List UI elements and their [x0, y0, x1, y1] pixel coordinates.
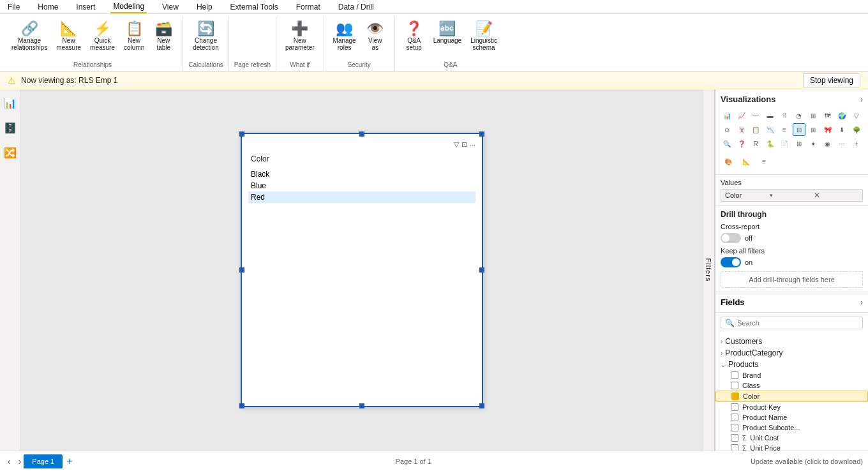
field-item-productname[interactable]: Product Name [715, 412, 868, 422]
table-row-black[interactable]: Black [248, 168, 475, 180]
left-sidebar-report-icon[interactable]: 📊 [1, 94, 19, 112]
ribbon-btn-new-measure[interactable]: 📐 Newmeasure [52, 19, 85, 54]
update-available-text[interactable]: Update available (click to download) [751, 458, 863, 465]
field-item-productsubcate[interactable]: Product Subcate... [715, 422, 868, 433]
viz-icon-filled-map[interactable]: 🌍 [835, 109, 848, 122]
keep-filters-toggle[interactable] [721, 257, 741, 267]
checkbox-brand[interactable] [731, 371, 738, 379]
ribbon-btn-qa-setup[interactable]: ❓ Q&Asetup [400, 19, 428, 54]
viz-icon-kpi[interactable]: 📉 [764, 123, 777, 136]
menu-data-drill[interactable]: Data / Drill [336, 1, 377, 13]
fields-search-box[interactable]: 🔍 [721, 317, 863, 329]
focus-visual-icon[interactable]: ⊡ [461, 140, 467, 149]
ribbon-btn-manage-roles[interactable]: 👥 Manageroles [329, 19, 360, 54]
fields-search-input[interactable] [737, 319, 858, 327]
viz-icon-grid[interactable]: ⊞ [793, 137, 805, 150]
viz-icon-funnel[interactable]: ▽ [850, 109, 863, 122]
menu-view[interactable]: View [160, 1, 181, 13]
viz-icon-table[interactable]: ⊟ [793, 123, 805, 136]
more-visual-icon[interactable]: ··· [470, 141, 475, 149]
handle-mid-left[interactable] [239, 267, 244, 273]
viz-icon-ribbon[interactable]: 🎀 [821, 123, 834, 136]
handle-top-left[interactable] [239, 131, 244, 137]
cross-report-toggle[interactable] [721, 233, 741, 243]
menu-format[interactable]: Format [294, 1, 323, 13]
stop-viewing-button[interactable]: Stop viewing [803, 73, 860, 87]
viz-icon-map[interactable]: 🗺 [821, 109, 834, 122]
viz-icon-table2[interactable]: 📄 [778, 137, 791, 150]
viz-icon-bar[interactable]: 📊 [721, 109, 733, 122]
viz-icon-pie[interactable]: ◔ [793, 109, 805, 122]
viz-icon-matrix[interactable]: ⊞ [807, 123, 819, 136]
left-sidebar-model-icon[interactable]: 🔀 [1, 144, 19, 161]
viz-icon-bar2[interactable]: ▬ [764, 109, 777, 122]
menu-insert[interactable]: Insert [73, 1, 98, 13]
ribbon-btn-new-table[interactable]: 🗃️ Newtable [149, 19, 177, 54]
handle-bot-mid[interactable] [359, 403, 364, 408]
ribbon-btn-change-detection[interactable]: 🔄 Changedetection [189, 19, 223, 54]
field-item-unitprice[interactable]: Σ Unit Price [715, 443, 868, 451]
checkbox-unitprice[interactable] [731, 444, 738, 451]
field-item-class[interactable]: Class [715, 380, 868, 391]
viz-icon-gauge[interactable]: ⊙ [721, 123, 733, 136]
page-tab-1[interactable]: Page 1 [24, 454, 63, 468]
ribbon-btn-new-parameter[interactable]: ➕ Newparameter [281, 19, 318, 54]
handle-bot-right[interactable] [479, 403, 484, 408]
ribbon-btn-linguistic-schema[interactable]: 📝 Linguisticschema [467, 19, 501, 54]
checkbox-productname[interactable] [731, 414, 738, 421]
field-item-brand[interactable]: Brand [715, 370, 868, 380]
viz-icon-area[interactable]: 〰 [749, 109, 762, 122]
menu-external-tools[interactable]: External Tools [228, 1, 281, 13]
values-chevron-icon[interactable]: ▾ [770, 192, 814, 198]
values-clear-button[interactable]: ✕ [814, 191, 858, 200]
ribbon-btn-manage-relationships[interactable]: 🔗 Managerelationships [8, 19, 51, 54]
field-group-products[interactable]: ⌄ Products [715, 359, 868, 370]
fields-expand-icon[interactable]: › [860, 298, 863, 307]
checkbox-unitcost[interactable] [731, 434, 738, 442]
viz-icon-custom2[interactable]: ◉ [821, 137, 834, 150]
field-group-customers[interactable]: › Customers [715, 336, 868, 347]
viz-icon-line[interactable]: 📈 [735, 109, 748, 122]
handle-top-right[interactable] [479, 131, 484, 137]
field-group-productcategory[interactable]: › ProductCategory [715, 347, 868, 359]
viz-icon-more[interactable]: + [850, 137, 863, 150]
field-item-color[interactable]: Color [715, 391, 868, 402]
viz-icon-qa[interactable]: ❓ [735, 137, 748, 150]
viz-icon-decomp[interactable]: 🌳 [850, 123, 863, 136]
menu-file[interactable]: File [5, 1, 22, 13]
ribbon-btn-language[interactable]: 🔤 Language [430, 19, 466, 47]
viz-icon-multi-card[interactable]: 📋 [749, 123, 762, 136]
menu-home[interactable]: Home [35, 1, 61, 13]
page-prev-button[interactable]: ‹ [5, 455, 13, 468]
filter-visual-icon[interactable]: ▽ [454, 140, 459, 149]
viz-icon-scatter[interactable]: ⠿ [778, 109, 791, 122]
handle-mid-right[interactable] [479, 267, 484, 273]
viz-icon-analytics[interactable]: 📐 [738, 154, 754, 169]
ribbon-btn-view-as[interactable]: 👁️ Viewas [361, 19, 389, 54]
checkbox-class[interactable] [731, 382, 738, 389]
viz-icon-card[interactable]: 🃏 [735, 123, 748, 136]
ribbon-btn-new-column[interactable]: 📋 Newcolumn [120, 19, 148, 54]
handle-top-mid[interactable] [359, 131, 364, 137]
viz-panel-expand-icon[interactable]: › [860, 95, 863, 104]
left-sidebar-data-icon[interactable]: 🗄️ [1, 119, 19, 137]
menu-help[interactable]: Help [194, 1, 215, 13]
viz-icon-py[interactable]: 🐍 [764, 137, 777, 150]
checkbox-productsubcate[interactable] [731, 424, 738, 431]
viz-icon-treemap[interactable]: ⊞ [807, 109, 819, 122]
filter-sidebar[interactable]: Filters [703, 89, 715, 451]
field-item-unitcost[interactable]: Σ Unit Cost [715, 433, 868, 443]
add-page-button[interactable]: + [63, 454, 76, 468]
viz-icon-custom1[interactable]: ✦ [807, 137, 819, 150]
menu-modeling[interactable]: Modeling [110, 1, 147, 13]
viz-icon-fields-well[interactable]: ≡ [756, 154, 772, 169]
viz-icon-r[interactable]: R [749, 137, 762, 150]
table-row-blue[interactable]: Blue [248, 180, 475, 191]
viz-icon-format-paint[interactable]: 🎨 [721, 154, 736, 169]
viz-icon-waterfall[interactable]: ⬇ [835, 123, 848, 136]
handle-bot-left[interactable] [239, 403, 244, 408]
checkbox-productkey[interactable] [731, 403, 738, 411]
table-row-red[interactable]: Red [248, 191, 475, 203]
drill-add-fields-box[interactable]: Add drill-through fields here [721, 271, 863, 288]
viz-icon-slicer[interactable]: ≡ [778, 123, 791, 136]
